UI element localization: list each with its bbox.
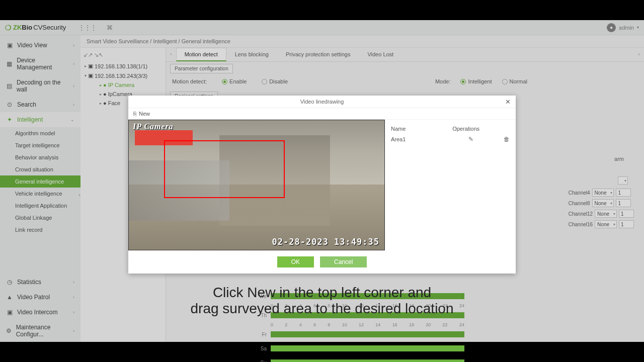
edit-icon[interactable]: ✎ (468, 136, 473, 143)
modal-title: Video linedrawing ✕ (128, 96, 516, 108)
ok-button[interactable]: OK (277, 256, 314, 267)
video-preview[interactable]: IP Camera 02-28-2023 13:49:35 (128, 120, 385, 250)
cancel-button[interactable]: Cancel (320, 256, 367, 267)
area-name: Area1 (391, 136, 406, 142)
area-row: Area1 ✎ 🗑 (391, 134, 510, 145)
new-icon[interactable]: ⎘ (133, 111, 137, 117)
col-name: Name (391, 126, 406, 132)
col-ops: Operations (452, 126, 479, 132)
delete-icon[interactable]: 🗑 (504, 136, 510, 143)
day-label: Sa (254, 346, 267, 351)
detection-area-box[interactable] (164, 140, 285, 198)
video-linedrawing-modal: Video linedrawing ✕ ⎘ New IP Camera 02-2… (128, 96, 516, 274)
area-list: Name Operations Area1 ✎ 🗑 (385, 120, 516, 250)
camera-overlay-label: IP Camera (133, 122, 174, 131)
close-icon[interactable]: ✕ (505, 98, 511, 106)
schedule-bar[interactable] (271, 359, 464, 362)
day-label: Su (254, 360, 267, 363)
schedule-bar[interactable] (271, 345, 464, 351)
video-timestamp: 02-28-2023 13:49:35 (272, 237, 379, 247)
new-button[interactable]: New (139, 111, 150, 117)
modal-toolbar: ⎘ New (128, 108, 516, 120)
